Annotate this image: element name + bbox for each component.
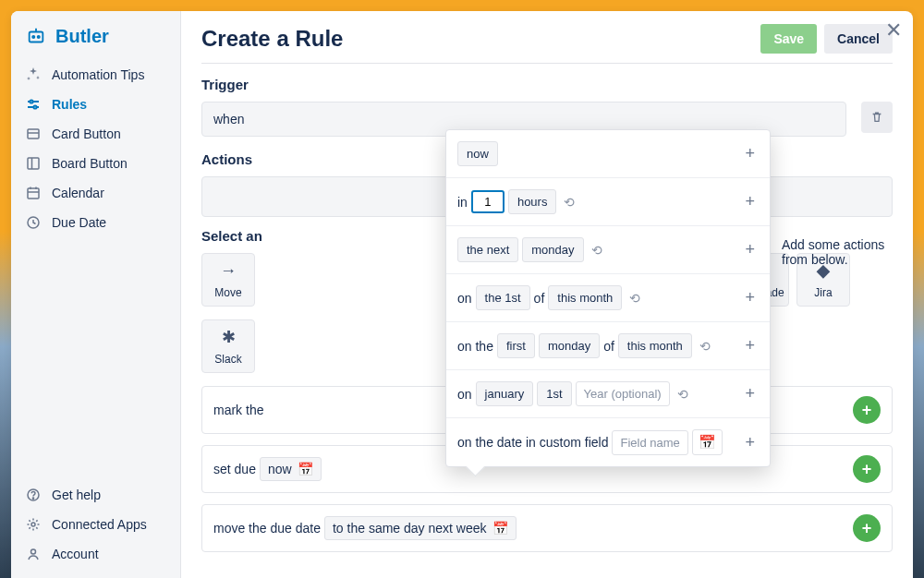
help-icon: [26, 488, 41, 502]
add-action-button[interactable]: +: [853, 514, 881, 542]
field-name-input[interactable]: Field name: [612, 430, 687, 455]
main-panel: ✕ Create a Rule Save Cancel Trigger when…: [181, 11, 913, 578]
calendar-icon: [26, 186, 41, 200]
delete-trigger-button[interactable]: [861, 102, 893, 133]
date-picker-popup: now + in hours ⟲ + the next monday ⟲ + o…: [445, 129, 771, 467]
add-option-button[interactable]: +: [741, 192, 759, 211]
save-button[interactable]: Save: [760, 24, 817, 54]
clock-icon: [26, 215, 41, 230]
add-option-button[interactable]: +: [741, 288, 759, 307]
sidebar-item-rules[interactable]: Rules: [11, 90, 180, 119]
builder-text: move the due date: [213, 521, 321, 536]
chip-month[interactable]: this month: [548, 285, 622, 310]
text: on the date in custom field: [457, 435, 608, 450]
reset-icon[interactable]: ⟲: [560, 195, 578, 210]
svg-point-7: [33, 105, 36, 108]
sidebar-item-label: Connected Apps: [52, 517, 147, 532]
sparkle-icon: [26, 67, 41, 82]
text: of: [603, 339, 614, 354]
person-icon: [26, 547, 41, 561]
add-option-button[interactable]: +: [741, 384, 759, 403]
chip-the-next[interactable]: the next: [457, 237, 518, 262]
move-due-token[interactable]: to the same day next week 📅: [324, 516, 517, 540]
popup-row-on-day-of-month[interactable]: on the 1st of this month ⟲ +: [446, 274, 770, 322]
sidebar-item-label: Get help: [52, 488, 101, 502]
builder-row-move-due[interactable]: move the due date to the same day next w…: [201, 504, 893, 552]
chip-weekday[interactable]: monday: [522, 237, 583, 262]
page-title: Create a Rule: [201, 26, 343, 52]
reset-icon[interactable]: ⟲: [588, 243, 606, 258]
sidebar-item-connected-apps[interactable]: Connected Apps: [11, 510, 180, 539]
chip-day-num[interactable]: 1st: [537, 381, 571, 406]
actions-hint-text: Add some actions from below.: [782, 237, 913, 267]
add-option-button[interactable]: +: [741, 336, 759, 355]
builder-text: mark the: [213, 403, 263, 417]
tile-label: Move: [214, 286, 241, 299]
reset-icon[interactable]: ⟲: [674, 387, 692, 402]
reset-icon[interactable]: ⟲: [696, 339, 714, 354]
tile-slack[interactable]: ✱ Slack: [201, 319, 255, 373]
sidebar-item-label: Due Date: [52, 215, 106, 230]
sidebar-item-get-help[interactable]: Get help: [11, 480, 180, 510]
svg-point-19: [31, 523, 35, 526]
sidebar-item-label: Account: [52, 547, 99, 561]
cancel-button[interactable]: Cancel: [824, 24, 893, 54]
chip-month-name[interactable]: january: [476, 381, 534, 406]
calendar-icon[interactable]: 📅: [692, 429, 723, 455]
add-option-button[interactable]: +: [741, 144, 759, 163]
butler-logo-icon: [26, 27, 46, 47]
header: Create a Rule Save Cancel: [201, 24, 893, 64]
builder-text: set due: [213, 462, 256, 476]
sidebar-item-label: Card Button: [52, 126, 121, 141]
text: on: [457, 291, 472, 306]
sidebar: Butler Automation Tips Rules Card Button…: [11, 11, 181, 578]
due-token[interactable]: now 📅: [260, 457, 322, 481]
close-icon[interactable]: ✕: [885, 20, 902, 41]
text: on the: [457, 339, 493, 354]
add-option-button[interactable]: +: [741, 240, 759, 259]
popup-row-on-date[interactable]: on january 1st Year (optional) ⟲ +: [446, 370, 770, 418]
add-option-button[interactable]: +: [741, 433, 759, 452]
calendar-icon: 📅: [298, 462, 313, 476]
svg-rect-8: [28, 129, 39, 138]
reset-icon[interactable]: ⟲: [626, 291, 644, 306]
sidebar-item-label: Board Button: [52, 156, 128, 171]
popup-row-next-weekday[interactable]: the next monday ⟲ +: [446, 226, 770, 274]
chip-now[interactable]: now: [457, 141, 498, 166]
brand-title: Butler: [55, 26, 109, 47]
text: of: [534, 291, 545, 306]
tile-label: Jira: [814, 286, 832, 299]
year-input[interactable]: Year (optional): [576, 381, 670, 406]
chip-day[interactable]: the 1st: [476, 285, 530, 310]
brand: Butler: [11, 20, 180, 60]
popup-row-now[interactable]: now +: [446, 130, 770, 178]
tile-move[interactable]: → Move: [201, 253, 255, 307]
chip-weekday[interactable]: monday: [539, 333, 600, 358]
text: on: [457, 387, 472, 402]
chip-month[interactable]: this month: [618, 333, 692, 358]
sidebar-item-account[interactable]: Account: [11, 539, 180, 569]
hours-input[interactable]: [471, 190, 505, 213]
popup-row-on-nth-weekday[interactable]: on the first monday of this month ⟲ +: [446, 322, 770, 370]
text: in: [457, 195, 468, 210]
sidebar-item-label: Calendar: [52, 186, 104, 200]
svg-point-1: [32, 35, 34, 37]
svg-point-5: [30, 100, 32, 102]
popup-row-custom-field[interactable]: on the date in custom field Field name 📅…: [446, 418, 770, 466]
chip-ordinal[interactable]: first: [497, 333, 535, 358]
sidebar-item-automation-tips[interactable]: Automation Tips: [11, 60, 180, 90]
add-action-button[interactable]: +: [853, 455, 881, 483]
butler-modal: Butler Automation Tips Rules Card Button…: [11, 11, 913, 578]
chip-unit[interactable]: hours: [508, 189, 557, 214]
sidebar-item-due-date[interactable]: Due Date: [11, 208, 180, 237]
sidebar-item-calendar[interactable]: Calendar: [11, 178, 180, 208]
svg-point-2: [38, 35, 40, 37]
popup-row-in-hours[interactable]: in hours ⟲ +: [446, 178, 770, 226]
svg-point-18: [32, 498, 33, 499]
gear-icon: [26, 517, 41, 532]
sidebar-item-card-button[interactable]: Card Button: [11, 119, 180, 149]
svg-point-20: [31, 549, 36, 554]
header-actions: Save Cancel: [760, 24, 893, 54]
sidebar-item-board-button[interactable]: Board Button: [11, 149, 180, 178]
add-action-button[interactable]: +: [853, 396, 881, 424]
